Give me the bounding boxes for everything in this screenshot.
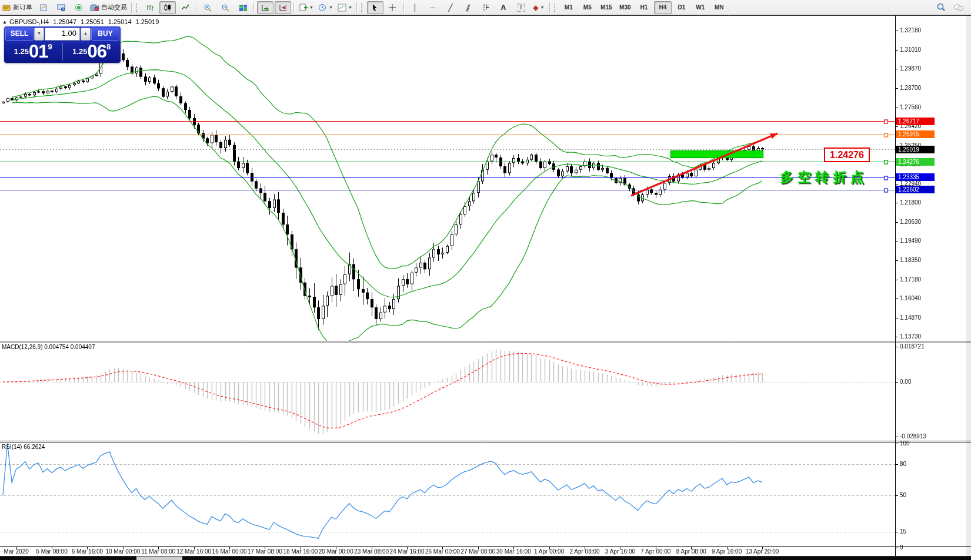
toolbar-separator: [356, 2, 358, 13]
chart-area[interactable]: [0, 0, 971, 560]
volume-input[interactable]: 1.00: [45, 28, 80, 41]
text-button[interactable]: A: [495, 1, 512, 14]
candles-icon: [163, 4, 172, 12]
macd-label: MACD(12,26,9) 0.004754 0.004407: [2, 344, 95, 350]
rsi-axis-tick: 0: [900, 544, 941, 551]
rsi-axis-tick: 100: [900, 440, 941, 447]
toolbar-separator: [131, 2, 132, 13]
tile-windows-button[interactable]: [235, 1, 251, 14]
price-level-tag[interactable]: 1.22602: [896, 186, 935, 193]
chart-wizard-button[interactable]: [35, 1, 52, 14]
volume-down-button[interactable]: ▼: [34, 28, 44, 41]
textA-icon: A: [500, 4, 506, 11]
bar-chart-button[interactable]: [142, 1, 158, 14]
autoscroll-icon: [261, 4, 270, 12]
new-order-menu-button[interactable]: ▼: [297, 1, 315, 14]
horizontal-line-button[interactable]: ─: [425, 1, 441, 14]
current-price-tag: 1.25019: [896, 146, 935, 153]
ohlc-low: 1.25014: [108, 18, 132, 25]
shapes-icon: ◆: [533, 4, 538, 11]
volume-up-button[interactable]: ▲: [81, 28, 91, 41]
search-button[interactable]: [933, 1, 949, 14]
zoom-in-button[interactable]: [199, 1, 216, 14]
template-menu-button[interactable]: ▼: [336, 1, 354, 14]
line-chart-button[interactable]: [177, 1, 193, 14]
arrows-button[interactable]: ◆▼: [530, 1, 547, 14]
cursor-button[interactable]: [367, 1, 383, 14]
auto-scroll-button[interactable]: [257, 1, 273, 14]
price-axis-tick: 1.14870: [900, 314, 941, 321]
vline-icon: │: [413, 4, 418, 11]
price-axis-tick: 1.29870: [900, 65, 941, 72]
macd-axis-tick: 0.018721: [900, 343, 941, 350]
price-callout-box[interactable]: 1.24276: [824, 147, 870, 162]
rsi-label: RSI(14) 66.2624: [2, 444, 45, 450]
tf-mn[interactable]: MN: [710, 1, 728, 14]
price-axis-tick: 1.28700: [900, 85, 941, 92]
toolbar-separator: [403, 2, 405, 13]
channel-button[interactable]: ∥: [460, 1, 476, 14]
macd-axis-tick: -0.028913: [900, 433, 941, 440]
toolbar-grip[interactable]: [554, 3, 558, 12]
chart-shift-button[interactable]: [275, 1, 291, 14]
price-axis-tick: 1.17180: [900, 276, 941, 283]
tf-m30[interactable]: M30: [616, 1, 634, 14]
tf-m15[interactable]: M15: [598, 1, 615, 14]
crosshair-icon: [388, 4, 397, 12]
price-axis-tick: 1.19490: [900, 237, 941, 244]
chevron-down-icon: ▼: [329, 5, 333, 9]
toolbar-grip[interactable]: [361, 3, 365, 12]
tf-m1[interactable]: M1: [560, 1, 578, 14]
toolbar-grip[interactable]: [136, 3, 139, 12]
price-level-tag[interactable]: 1.25915: [896, 130, 935, 138]
main-toolbar: 新订单自动交易▼▼▼│─╱∥┆FAT◆▼M1M5M15M30H1H4D1W1MN: [0, 0, 971, 15]
tf-h4[interactable]: H4: [654, 1, 672, 14]
toolbar-separator: [253, 2, 255, 13]
one-click-collapse-icon[interactable]: ▲: [2, 19, 7, 25]
buy-price[interactable]: 1.25068: [63, 41, 121, 62]
vertical-line-button[interactable]: │: [407, 1, 423, 14]
trendline-button[interactable]: ╱: [442, 1, 459, 14]
date-axis-label: 13 Apr 20:00: [738, 548, 787, 555]
tf-d1[interactable]: D1: [673, 1, 690, 14]
linechart-icon: [181, 4, 190, 12]
price-level-tag[interactable]: 1.26717: [896, 118, 935, 125]
rsi-axis-tick: 50: [900, 492, 941, 499]
price-axis-tick: 1.27560: [900, 104, 941, 111]
ohlc-close: 1.25019: [136, 18, 159, 25]
clock-icon: [318, 4, 327, 12]
tf-w1[interactable]: W1: [692, 1, 709, 14]
symbol-period-label: GBPUSD-,H4: [9, 18, 49, 25]
candlestick-button[interactable]: [159, 1, 176, 14]
tf-m5[interactable]: M5: [579, 1, 596, 14]
doc-gold-icon: [2, 4, 11, 12]
periods-menu-button[interactable]: ▼: [316, 1, 335, 14]
rsi-axis-tick: 15: [900, 528, 941, 535]
tf-h1[interactable]: H1: [635, 1, 653, 14]
buy-button[interactable]: BUY: [91, 28, 119, 41]
profiles-icon: [57, 4, 66, 12]
bars-icon: [146, 4, 155, 12]
community-chat-button[interactable]: [950, 1, 967, 14]
crosshair-button[interactable]: [385, 1, 401, 14]
price-level-tag[interactable]: 1.23335: [896, 173, 935, 181]
price-level-tag[interactable]: 1.24276: [896, 158, 935, 166]
zoom-out-button[interactable]: [217, 1, 233, 14]
annotation-text-cn[interactable]: 多空转折点: [780, 168, 868, 186]
new-order-button[interactable]: 新订单: [1, 1, 34, 14]
chart-header: GBPUSD-,H41.250471.250511.250141.25019: [9, 18, 163, 25]
buy-price-big: 06: [88, 41, 106, 62]
trend-icon: ╱: [448, 4, 452, 11]
sell-price[interactable]: 1.25019: [4, 41, 62, 62]
zoom-in-icon: [203, 4, 212, 12]
fibonacci-button[interactable]: ┆F: [478, 1, 494, 14]
sell-price-base: 1.25: [14, 47, 29, 56]
chat-icon: [953, 4, 964, 12]
text-label-button[interactable]: T: [513, 1, 529, 14]
profiles-button[interactable]: [53, 1, 69, 14]
hline-icon: ─: [431, 4, 436, 11]
sell-button[interactable]: SELL: [5, 28, 34, 41]
mt4-window: { "toolbar": { "groups": [ {"name":"orde…: [0, 0, 971, 560]
market-signal-button[interactable]: [71, 1, 87, 14]
auto-trading-button[interactable]: 自动交易: [88, 1, 129, 14]
